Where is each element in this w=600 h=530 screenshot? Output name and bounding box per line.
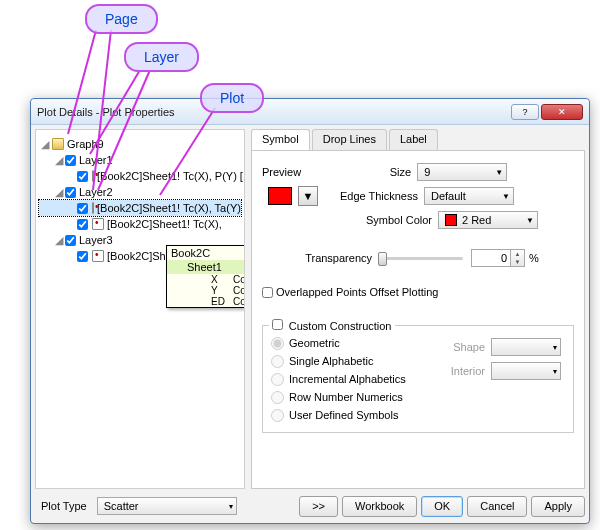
custom-construction-group: Custom Construction Geometric Single Alp…: [262, 325, 574, 433]
ok-button[interactable]: OK: [421, 496, 463, 517]
interior-label: Interior: [415, 365, 485, 377]
plottype-select[interactable]: Scatter▾: [97, 497, 237, 515]
cancel-button[interactable]: Cancel: [467, 496, 527, 517]
bottom-bar: Plot Type Scatter▾ >> Workbook OK Cancel…: [35, 493, 585, 519]
custom-checkbox[interactable]: [272, 319, 283, 330]
workbook-button[interactable]: Workbook: [342, 496, 417, 517]
radio-incremental: Incremental Alphabetics: [271, 370, 415, 388]
shape-select: ▾: [491, 338, 561, 356]
overlap-label: Overlapped Points Offset Plotting: [276, 286, 438, 298]
callout-layer: Layer: [124, 42, 199, 72]
plottype-label: Plot Type: [41, 500, 87, 512]
radio-rownum: Row Number Numerics: [271, 388, 415, 406]
radio-user: User Defined Symbols: [271, 406, 415, 424]
interior-select: ▾: [491, 362, 561, 380]
overlap-checkbox[interactable]: [262, 287, 273, 298]
callout-plot: Plot: [200, 83, 264, 113]
apply-button[interactable]: Apply: [531, 496, 585, 517]
chevron-down-icon: ▾: [229, 502, 233, 511]
radio-geometric: Geometric: [271, 334, 415, 352]
radio-single-alpha: Single Alphabetic: [271, 352, 415, 370]
callout-page: Page: [85, 4, 158, 34]
collapse-button[interactable]: >>: [299, 496, 338, 517]
shape-label: Shape: [415, 341, 485, 353]
custom-title: Custom Construction: [289, 320, 392, 332]
